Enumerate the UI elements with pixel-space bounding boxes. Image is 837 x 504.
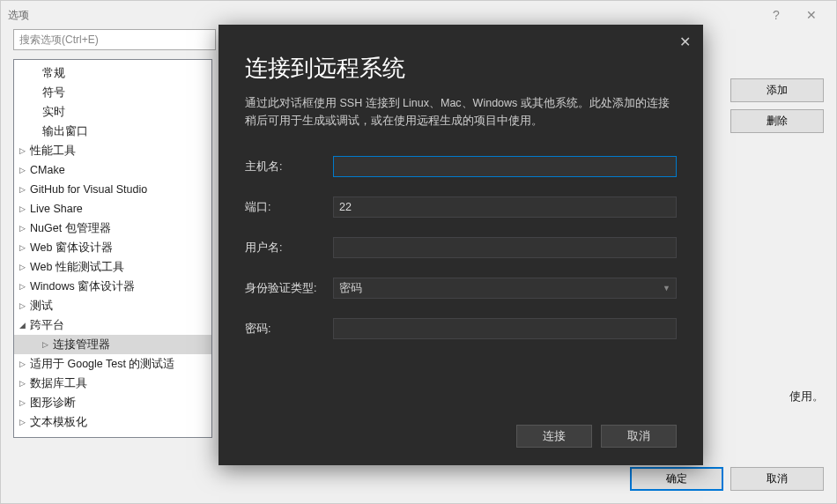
tree-item-texttemplate[interactable]: ▷文本模板化 xyxy=(14,412,211,432)
modal-title: 连接到远程系统 xyxy=(219,25,703,94)
connect-button[interactable]: 连接 xyxy=(516,425,592,448)
chevron-right-icon: ▷ xyxy=(19,301,30,310)
auth-label: 身份验证类型: xyxy=(245,281,333,296)
tree-item-github[interactable]: ▷GitHub for Visual Studio xyxy=(14,180,211,199)
tree-item-connection-manager[interactable]: ▷连接管理器 xyxy=(14,335,211,354)
chevron-right-icon: ▷ xyxy=(19,359,30,368)
port-label: 端口: xyxy=(245,200,333,215)
tree-item-symbols[interactable]: 符号 xyxy=(14,83,211,102)
tree-item-output[interactable]: 输出窗口 xyxy=(14,122,211,141)
tree-item-realtime[interactable]: 实时 xyxy=(14,102,211,122)
modal-description: 通过此对话框使用 SSH 连接到 Linux、Mac、Windows 或其他系统… xyxy=(219,94,703,147)
search-input[interactable]: 搜索选项(Ctrl+E) xyxy=(13,29,216,50)
chevron-down-icon: ▼ xyxy=(663,284,670,293)
password-input[interactable] xyxy=(333,318,677,339)
tree-item-graphics[interactable]: ▷图形诊断 xyxy=(14,393,211,412)
options-title: 选项 xyxy=(8,8,29,23)
chevron-right-icon: ▷ xyxy=(19,263,30,271)
chevron-right-icon: ▷ xyxy=(19,282,30,291)
chevron-right-icon: ▷ xyxy=(19,398,30,407)
tree-item-googletest[interactable]: ▷适用于 Google Test 的测试适 xyxy=(14,354,211,374)
user-input[interactable] xyxy=(333,237,677,258)
host-label: 主机名: xyxy=(245,159,333,174)
ok-button[interactable]: 确定 xyxy=(630,467,723,491)
tree-panel: 常规 符号 实时 输出窗口 ▷性能工具 ▷CMake ▷GitHub for V… xyxy=(13,59,212,438)
host-input[interactable] xyxy=(333,156,677,177)
port-input[interactable] xyxy=(333,196,677,218)
modal-close-icon[interactable]: ✕ xyxy=(679,33,691,50)
chevron-right-icon: ▷ xyxy=(19,379,30,388)
tree-item-winforms[interactable]: ▷Windows 窗体设计器 xyxy=(14,277,211,296)
chevron-right-icon: ▷ xyxy=(19,166,30,174)
chevron-right-icon: ▷ xyxy=(19,418,30,426)
chevron-right-icon: ▷ xyxy=(19,243,30,252)
modal-cancel-button[interactable]: 取消 xyxy=(601,425,677,448)
auth-select[interactable]: 密码 ▼ xyxy=(333,278,677,299)
chevron-right-icon: ▷ xyxy=(42,340,53,349)
help-icon[interactable]: ? xyxy=(759,3,794,27)
password-label: 密码: xyxy=(245,322,333,337)
tree-item-general[interactable]: 常规 xyxy=(14,63,211,83)
add-button[interactable]: 添加 xyxy=(730,78,824,102)
tree-item-liveshare[interactable]: ▷Live Share xyxy=(14,199,211,219)
search-placeholder: 搜索选项(Ctrl+E) xyxy=(19,33,99,48)
right-text: 使用。 xyxy=(789,389,824,404)
tree-item-dbtools[interactable]: ▷数据库工具 xyxy=(14,374,211,393)
close-icon[interactable]: ✕ xyxy=(794,3,829,27)
auth-value: 密码 xyxy=(339,281,362,296)
tree-item-webforms[interactable]: ▷Web 窗体设计器 xyxy=(14,238,211,257)
user-label: 用户名: xyxy=(245,241,333,256)
chevron-right-icon: ▷ xyxy=(19,204,30,213)
tree-item-crossplatform[interactable]: ◢跨平台 xyxy=(14,315,211,335)
connect-remote-modal: ✕ 连接到远程系统 通过此对话框使用 SSH 连接到 Linux、Mac、Win… xyxy=(219,25,703,465)
delete-button[interactable]: 删除 xyxy=(730,109,824,133)
tree-item-webperf[interactable]: ▷Web 性能测试工具 xyxy=(14,257,211,277)
chevron-down-icon: ◢ xyxy=(19,321,30,330)
chevron-right-icon: ▷ xyxy=(19,185,30,194)
tree-item-nuget[interactable]: ▷NuGet 包管理器 xyxy=(14,219,211,238)
chevron-right-icon: ▷ xyxy=(19,146,30,155)
chevron-right-icon: ▷ xyxy=(19,224,30,233)
cancel-button[interactable]: 取消 xyxy=(730,467,824,491)
tree-item-test[interactable]: ▷测试 xyxy=(14,296,211,315)
tree-item-perf[interactable]: ▷性能工具 xyxy=(14,141,211,160)
tree-item-cmake[interactable]: ▷CMake xyxy=(14,160,211,180)
